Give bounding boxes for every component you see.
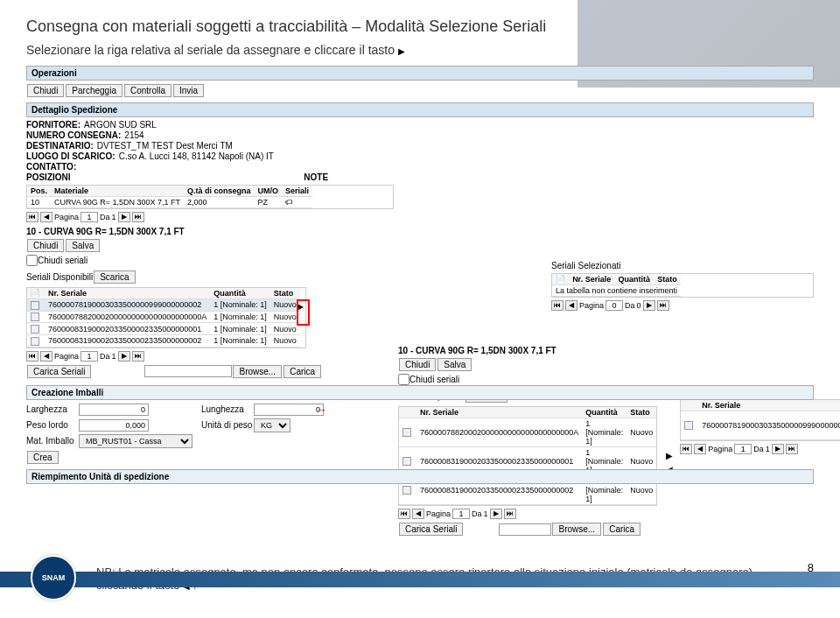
file-input[interactable] bbox=[144, 365, 232, 377]
snam-logo-icon: SNAM bbox=[31, 555, 76, 600]
page-subtitle: Selezionare la riga relativa al seriale … bbox=[26, 43, 814, 57]
pager-prev-icon[interactable]: ◀ bbox=[412, 509, 424, 519]
pager-disp: ⏮ ◀ Pagina Da 1 ▶ ⏭ bbox=[26, 351, 538, 362]
row-select-icon[interactable] bbox=[31, 313, 39, 321]
bottom-bar bbox=[0, 572, 840, 587]
luogo-value: C.so A. Lucci 148, 81142 Napoli (NA) IT bbox=[119, 151, 274, 161]
pager-last-icon[interactable]: ⏭ bbox=[132, 351, 144, 362]
th-stato: Stato bbox=[270, 288, 300, 299]
pager-next-icon[interactable]: ▶ bbox=[118, 212, 130, 222]
pager-sel: ⏮ ◀ Pagina Da 0 ▶ ⏭ bbox=[551, 300, 814, 311]
unita-label: Unità di peso bbox=[201, 420, 254, 430]
empty-msg: La tabella non contiene inserimenti bbox=[552, 285, 681, 297]
th-stato: Stato bbox=[654, 274, 681, 285]
item-header: 10 - CURVA 90G R= 1,5DN 300X 7,1 FT bbox=[26, 227, 814, 236]
pager-pos: ⏮ ◀ Pagina Da 1 ▶ ⏭ bbox=[26, 212, 814, 222]
row-select-icon[interactable] bbox=[31, 301, 39, 310]
rp-file-input[interactable] bbox=[499, 523, 551, 536]
salva-button[interactable]: Salva bbox=[66, 239, 100, 252]
luogo-label: LUOGO DI SCARICO: bbox=[26, 151, 116, 161]
table-row[interactable]: 10 CURVA 90G R= 1,5DN 300X 7,1 FT 2,000 … bbox=[27, 197, 312, 208]
rp-carica-seriali-button[interactable]: Carica Seriali bbox=[399, 523, 463, 536]
seriali-sel-table: 📄 Nr. Seriale Quantità Stato La tabella … bbox=[552, 274, 681, 297]
th-umo: UM/O bbox=[255, 186, 283, 197]
table-row[interactable]: 76000078190003033500000999000000002 1 [N… bbox=[27, 299, 300, 312]
assign-arrow-icon[interactable]: ▶ bbox=[298, 303, 304, 311]
peso-input[interactable] bbox=[79, 419, 149, 432]
seriali-sel-label: Seriali Selezionati bbox=[551, 261, 814, 270]
peso-label: Peso lordo bbox=[26, 420, 79, 430]
posizioni-table: Pos. Materiale Q.tà di consegna UM/O Ser… bbox=[27, 186, 312, 208]
page-title: Consegna con materiali soggetti a tracci… bbox=[26, 18, 814, 36]
th-icon: 📄 bbox=[27, 288, 45, 299]
destinatario-value: DVTEST_TM TEST Dest Merci TM bbox=[97, 141, 233, 151]
pager-prev-icon[interactable]: ◀ bbox=[565, 300, 578, 311]
carica-button[interactable]: Carica bbox=[284, 365, 321, 378]
pager-prev-icon[interactable]: ◀ bbox=[40, 351, 52, 362]
th-qta2: Quantità bbox=[615, 274, 654, 285]
chiudi-seriali-label: Chiudi seriali bbox=[38, 256, 88, 265]
pager-last-icon[interactable]: ⏭ bbox=[504, 509, 516, 519]
table-row[interactable]: 76000078820002000000000000000000000A 1 [… bbox=[27, 311, 300, 323]
pager-last-icon[interactable]: ⏭ bbox=[132, 212, 144, 222]
row-select-icon[interactable] bbox=[31, 337, 39, 346]
arrow-right-icon: ▶ bbox=[398, 46, 405, 56]
lunghezza-label: Lunghezza bbox=[201, 404, 254, 414]
contatto-label: CONTATTO: bbox=[26, 162, 76, 172]
browse-button[interactable]: Browse... bbox=[233, 365, 282, 378]
pager-page-input[interactable] bbox=[80, 351, 98, 362]
destinatario-label: DESTINATARIO: bbox=[26, 141, 94, 151]
dettaglio-header: Dettaglio Spedizione bbox=[26, 102, 814, 117]
creazione-header: Creazione Imballi bbox=[26, 385, 814, 400]
mat-imballo-label: Mat. Imballo bbox=[26, 436, 79, 446]
carica-seriali-button[interactable]: Carica Seriali bbox=[27, 365, 91, 378]
chiudi-button[interactable]: Chiudi bbox=[27, 84, 64, 97]
invia-button[interactable]: Invia bbox=[173, 84, 204, 97]
pager-next-icon[interactable]: ▶ bbox=[643, 300, 655, 311]
operazioni-header: Operazioni bbox=[26, 66, 814, 81]
pager-prev-icon[interactable]: ◀ bbox=[40, 212, 52, 222]
seriali-icon[interactable]: 🏷 bbox=[282, 197, 312, 208]
th-qta2: Quantità bbox=[210, 288, 270, 299]
scarica-button[interactable]: Scarica bbox=[94, 270, 135, 284]
fornitore-value: ARGON SUD SRL bbox=[84, 120, 157, 130]
seriali-disp-label: Seriali Disponibili bbox=[26, 272, 93, 282]
th-mat: Materiale bbox=[51, 186, 184, 197]
crea-button[interactable]: Crea bbox=[27, 451, 59, 464]
pager-first-icon[interactable]: ⏮ bbox=[398, 509, 410, 519]
rp-carica-button[interactable]: Carica bbox=[603, 523, 640, 536]
pager-page-input[interactable] bbox=[606, 300, 623, 311]
th-qta: Q.tà di consegna bbox=[184, 186, 255, 197]
chiudi2-button[interactable]: Chiudi bbox=[27, 239, 64, 252]
th-pos: Pos. bbox=[27, 186, 51, 197]
fornitore-label: FORNITORE: bbox=[26, 120, 80, 130]
mat-imballo-select[interactable]: MB_RUST01 - Cassa bbox=[79, 434, 192, 448]
table-row[interactable]: 76000083190002033500002335000000002 1 [N… bbox=[27, 334, 300, 347]
larghezza-input[interactable] bbox=[79, 404, 149, 416]
pager-first-icon[interactable]: ⏮ bbox=[551, 300, 564, 311]
pager-page-input[interactable] bbox=[452, 509, 470, 519]
pager-last-icon[interactable]: ⏭ bbox=[657, 300, 669, 311]
controlla-button[interactable]: Controlla bbox=[124, 84, 172, 97]
unita-select[interactable]: KG bbox=[254, 418, 290, 432]
row-select-icon[interactable] bbox=[31, 325, 39, 334]
consegna-label: NUMERO CONSEGNA: bbox=[26, 130, 121, 140]
th-ser: Seriali bbox=[282, 186, 312, 197]
th-nr: Nr. Seriale bbox=[45, 288, 210, 299]
parcheggia-button[interactable]: Parcheggia bbox=[66, 84, 122, 97]
lunghezza-input[interactable] bbox=[254, 404, 324, 416]
th-icon: 📄 bbox=[552, 274, 569, 285]
pager-first-icon[interactable]: ⏮ bbox=[26, 212, 38, 222]
posizioni-label: POSIZIONI bbox=[26, 172, 71, 182]
chiudi-seriali-checkbox[interactable] bbox=[26, 255, 38, 266]
pager-first-icon[interactable]: ⏮ bbox=[26, 351, 38, 362]
riempimento-header: Riempimento Unità di spedizione bbox=[26, 469, 814, 484]
rp-browse-button[interactable]: Browse... bbox=[552, 523, 601, 536]
table-row[interactable]: 76000083190002033500002335000000001 1 [N… bbox=[27, 323, 300, 335]
pager-next-icon[interactable]: ▶ bbox=[490, 509, 502, 519]
th-nr: Nr. Seriale bbox=[569, 274, 614, 285]
seriali-disp-table: 📄 Nr. Seriale Quantità Stato 76000078190… bbox=[27, 288, 300, 348]
pager-page-input[interactable] bbox=[80, 212, 98, 222]
pager-next-icon[interactable]: ▶ bbox=[118, 351, 130, 362]
note-label: NOTE bbox=[304, 172, 328, 182]
